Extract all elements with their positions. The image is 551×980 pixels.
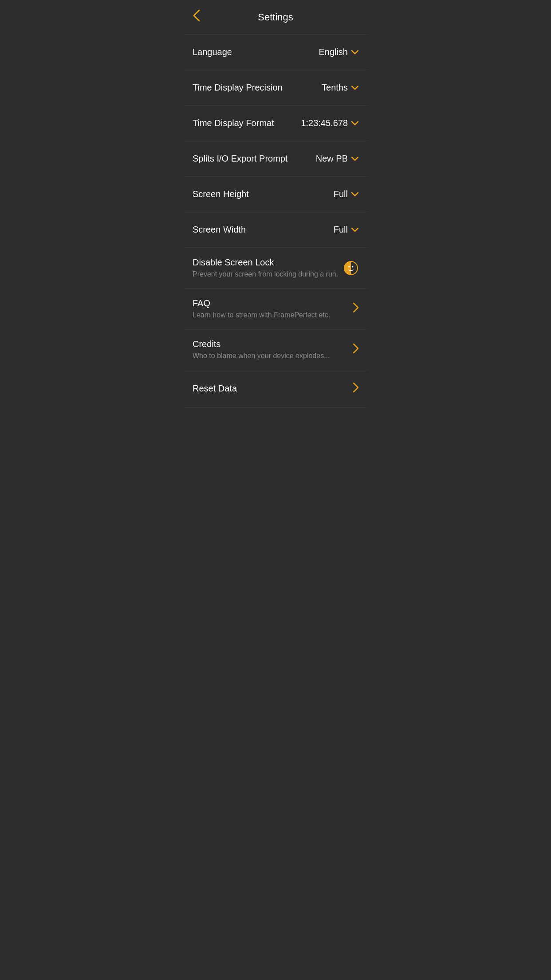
- disable-screen-lock-toggle[interactable]: [343, 261, 358, 276]
- header: Settings: [184, 0, 367, 35]
- back-button[interactable]: [193, 7, 204, 27]
- screen-width-chevron-icon: [351, 226, 358, 233]
- page-title: Settings: [258, 12, 293, 23]
- time-precision-current: Tenths: [322, 83, 348, 93]
- screen-height-row[interactable]: Screen Height Full: [184, 177, 367, 212]
- time-precision-value: Tenths: [322, 83, 358, 93]
- screen-height-chevron-icon: [351, 191, 358, 198]
- time-precision-row[interactable]: Time Display Precision Tenths: [184, 70, 367, 106]
- reset-data-label: Reset Data: [193, 383, 237, 394]
- credits-row[interactable]: Credits Who to blame when your device ex…: [184, 329, 367, 370]
- disable-screen-lock-row[interactable]: Disable Screen Lock Prevent your screen …: [184, 248, 367, 288]
- faq-subtitle: Learn how to stream with FramePerfect et…: [193, 311, 353, 319]
- splits-export-label: Splits I/O Export Prompt: [193, 154, 288, 164]
- time-format-current: 1:23:45.678: [301, 118, 348, 128]
- language-label: Language: [193, 47, 232, 57]
- language-chevron-icon: [351, 49, 358, 56]
- screen-height-label: Screen Height: [193, 189, 249, 199]
- time-precision-label: Time Display Precision: [193, 83, 283, 93]
- screen-height-current: Full: [334, 189, 348, 199]
- credits-subtitle: Who to blame when your device explodes..…: [193, 352, 353, 360]
- time-precision-chevron-icon: [351, 84, 358, 91]
- language-current: English: [319, 47, 348, 57]
- settings-list: Language English Time Display Precision …: [184, 35, 367, 407]
- svg-point-1: [349, 266, 350, 267]
- disable-screen-lock-content: Disable Screen Lock Prevent your screen …: [193, 257, 343, 278]
- disable-screen-lock-label: Disable Screen Lock: [193, 257, 343, 268]
- screen-width-value: Full: [334, 225, 358, 235]
- splits-export-current: New PB: [316, 154, 348, 164]
- faq-label: FAQ: [193, 298, 353, 308]
- svg-point-2: [352, 266, 354, 267]
- screen-width-row[interactable]: Screen Width Full: [184, 212, 367, 248]
- splits-export-row[interactable]: Splits I/O Export Prompt New PB: [184, 141, 367, 177]
- reset-data-row[interactable]: Reset Data: [184, 370, 367, 407]
- splits-export-chevron-icon: [351, 155, 358, 162]
- time-format-value: 1:23:45.678: [301, 118, 358, 128]
- screen-height-value: Full: [334, 189, 358, 199]
- faq-chevron-icon: [353, 303, 358, 315]
- faq-content: FAQ Learn how to stream with FramePerfec…: [193, 298, 353, 319]
- screen-width-current: Full: [334, 225, 348, 235]
- time-format-row[interactable]: Time Display Format 1:23:45.678: [184, 106, 367, 141]
- splits-export-value: New PB: [316, 154, 358, 164]
- reset-data-chevron-icon: [353, 383, 358, 395]
- disable-screen-lock-subtitle: Prevent your screen from locking during …: [193, 270, 343, 278]
- credits-chevron-icon: [353, 344, 358, 356]
- language-row[interactable]: Language English: [184, 35, 367, 70]
- time-format-label: Time Display Format: [193, 118, 274, 128]
- screen-width-label: Screen Width: [193, 225, 246, 235]
- language-value: English: [319, 47, 358, 57]
- credits-content: Credits Who to blame when your device ex…: [193, 339, 353, 360]
- time-format-chevron-icon: [351, 120, 358, 127]
- faq-row[interactable]: FAQ Learn how to stream with FramePerfec…: [184, 288, 367, 329]
- credits-label: Credits: [193, 339, 353, 349]
